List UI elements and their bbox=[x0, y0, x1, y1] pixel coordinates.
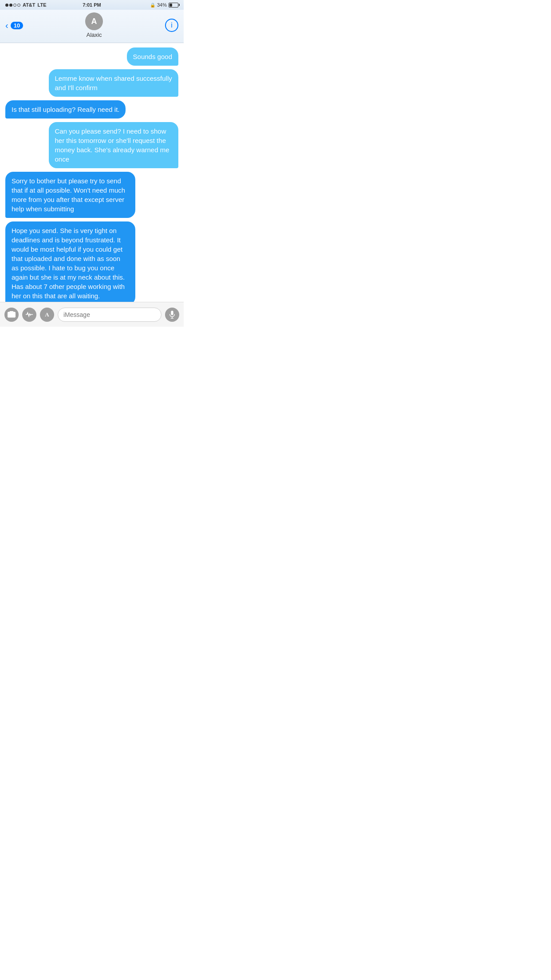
contact-name: Alaxic bbox=[87, 32, 102, 38]
carrier-name: AT&T bbox=[23, 2, 35, 8]
camera-icon bbox=[8, 311, 16, 318]
signal-dot-2 bbox=[9, 4, 12, 7]
toolbar: A bbox=[0, 302, 184, 327]
page-wrapper: AT&T LTE 7:01 PM 🔒 34% ‹ 10 A Alaxic bbox=[0, 0, 184, 327]
mic-button[interactable] bbox=[165, 308, 179, 322]
avatar-letter: A bbox=[91, 17, 97, 26]
battery-shell bbox=[169, 3, 178, 8]
battery-percent: 34% bbox=[157, 2, 167, 8]
lock-icon: 🔒 bbox=[150, 3, 155, 8]
mic-icon bbox=[169, 311, 175, 319]
message-bubble-msg3: Is that still uploading? Really need it. bbox=[5, 100, 126, 119]
message-bubble-msg2: Lemme know when shared successfully and … bbox=[49, 69, 179, 97]
avatar[interactable]: A bbox=[85, 12, 103, 30]
message-bubble-msg1: Sounds good bbox=[127, 47, 178, 66]
battery-icon bbox=[169, 3, 178, 8]
back-badge: 10 bbox=[11, 22, 23, 29]
status-left: AT&T LTE bbox=[5, 2, 46, 8]
battery-fill bbox=[169, 4, 172, 7]
info-icon: i bbox=[171, 21, 173, 29]
back-button[interactable]: ‹ 10 bbox=[5, 21, 23, 30]
svg-rect-0 bbox=[171, 311, 173, 315]
status-time: 7:01 PM bbox=[83, 2, 101, 8]
messages-area: Sounds goodLemme know when shared succes… bbox=[0, 43, 184, 304]
heartbeat-icon bbox=[25, 311, 33, 318]
network-type: LTE bbox=[38, 2, 47, 8]
signal-dot-4 bbox=[17, 4, 20, 7]
message-bubble-msg6: Hope you send. She is very tight on dead… bbox=[5, 221, 135, 304]
message-input[interactable] bbox=[58, 308, 161, 322]
message-bubble-msg4: Can you please send? I need to show her … bbox=[49, 122, 179, 168]
contact-center: A Alaxic bbox=[85, 12, 103, 38]
camera-button[interactable] bbox=[4, 308, 19, 322]
status-right: 🔒 34% bbox=[150, 2, 178, 8]
back-chevron-icon: ‹ bbox=[5, 21, 8, 30]
apps-icon: A bbox=[45, 311, 49, 318]
apps-button[interactable]: A bbox=[40, 308, 54, 322]
signal-dots bbox=[5, 4, 20, 7]
nav-header: ‹ 10 A Alaxic i bbox=[0, 10, 184, 43]
signal-dot-3 bbox=[13, 4, 16, 7]
status-bar: AT&T LTE 7:01 PM 🔒 34% bbox=[0, 0, 184, 10]
info-button[interactable]: i bbox=[165, 19, 178, 32]
signal-dot-1 bbox=[5, 4, 8, 7]
heartbeat-button[interactable] bbox=[22, 308, 36, 322]
message-bubble-msg5: Sorry to bother but please try to send t… bbox=[5, 172, 135, 218]
